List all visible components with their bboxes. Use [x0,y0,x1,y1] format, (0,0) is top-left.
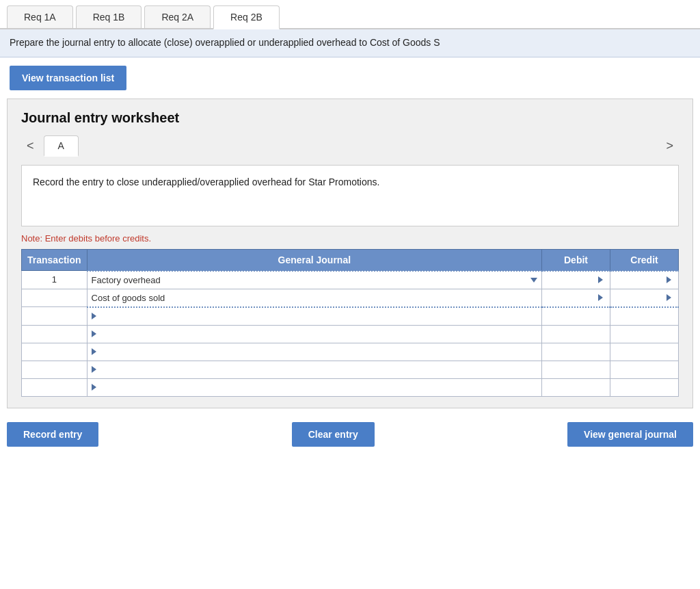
view-general-journal-button[interactable]: View general journal [567,422,693,447]
tab-req1b[interactable]: Req 1B [76,5,142,28]
worksheet-title: Journal entry worksheet [21,110,679,126]
table-row [22,325,679,343]
description-text: Record the entry to close underapplied/o… [33,176,379,187]
dropdown-arrow-icon[interactable] [530,278,537,283]
general-journal-cell[interactable]: Factory overhead [87,271,541,289]
credit-cell[interactable] [610,343,679,361]
row-arrow-icon [92,330,96,337]
credit-cell[interactable] [610,289,679,307]
debit-cell[interactable] [542,271,610,289]
journal-cell-content: Cost of goods sold [92,293,537,303]
general-journal-cell[interactable] [87,307,541,326]
entry-tabs-row: < A > [21,135,679,157]
credit-cell[interactable] [610,307,679,326]
credit-cell[interactable] [610,271,679,289]
col-header-transaction: Transaction [22,249,88,271]
debit-cell[interactable] [542,307,610,326]
journal-table: Transaction General Journal Debit Credit… [21,249,679,397]
credit-arrow-icon [667,276,671,283]
transaction-cell [22,361,88,378]
nav-right-arrow[interactable]: > [660,136,679,156]
clear-entry-button[interactable]: Clear entry [292,422,375,447]
general-journal-cell[interactable] [87,325,541,343]
view-transaction-button[interactable]: View transaction list [10,66,126,90]
transaction-cell [22,289,88,307]
debit-cell[interactable] [542,343,610,361]
transaction-cell: 1 [22,271,88,289]
col-header-general-journal: General Journal [87,249,541,271]
debit-cell[interactable] [542,378,610,396]
debit-cell[interactable] [542,325,610,343]
debit-arrow-icon [598,276,603,283]
credit-cell[interactable] [610,361,679,378]
row-arrow-icon [92,384,96,391]
general-journal-cell[interactable]: Cost of goods sold [87,289,541,307]
row-arrow-icon [92,366,96,373]
journal-entry-text: Factory overhead [92,275,161,285]
debit-cell[interactable] [542,361,610,378]
journal-cell-content: Factory overhead [92,275,537,285]
credit-arrow-icon [667,294,671,301]
instruction-bar: Prepare the journal entry to allocate (c… [0,29,700,57]
credit-cell[interactable] [610,325,679,343]
action-buttons-row: Record entry Clear entry View general jo… [0,415,700,447]
tab-req2b[interactable]: Req 2B [213,5,280,29]
general-journal-cell[interactable] [87,378,541,396]
transaction-cell [22,307,88,326]
col-header-debit: Debit [542,249,610,271]
tab-req2a[interactable]: Req 2A [144,5,211,28]
general-journal-cell[interactable] [87,343,541,361]
debit-cell[interactable] [542,289,610,307]
general-journal-cell[interactable] [87,361,541,378]
col-header-credit: Credit [610,249,679,271]
credit-cell[interactable] [610,378,679,396]
table-row: Cost of goods sold [22,289,679,307]
entry-tab-a[interactable]: A [44,135,79,157]
table-row [22,361,679,378]
transaction-cell [22,343,88,361]
debit-arrow-icon [598,294,603,301]
row-arrow-icon [92,348,96,355]
transaction-cell [22,378,88,396]
nav-left-arrow[interactable]: < [21,136,40,156]
note-text: Note: Enter debits before credits. [21,233,679,244]
tabs-bar: Req 1AReq 1BReq 2AReq 2B [0,0,700,29]
row-arrow-icon [92,313,96,319]
journal-entry-text: Cost of goods sold [92,293,165,303]
table-row [22,307,679,326]
transaction-cell [22,325,88,343]
worksheet-container: Journal entry worksheet < A > Record the… [7,99,693,408]
instruction-text: Prepare the journal entry to allocate (c… [10,37,440,48]
table-row: 1Factory overhead [22,271,679,289]
tab-req1a[interactable]: Req 1A [7,5,73,28]
record-entry-button[interactable]: Record entry [7,422,98,447]
table-row [22,343,679,361]
description-box: Record the entry to close underapplied/o… [21,165,679,226]
table-row [22,378,679,396]
